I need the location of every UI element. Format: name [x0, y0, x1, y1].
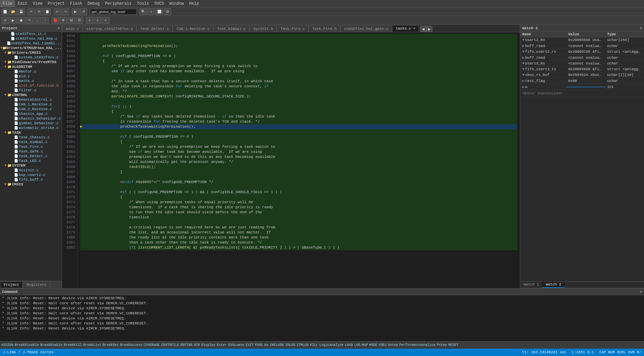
cmd-btn-itmlog[interactable]: ITMLOG — [297, 343, 309, 347]
watch-expand-3[interactable]: ▶ — [522, 56, 525, 60]
watch-expand-8[interactable]: ▶ — [522, 85, 525, 89]
watch-row-1[interactable]: ▶buff_read<cannot evaluate>uchar — [520, 43, 644, 49]
tab-project[interactable]: Project — [0, 281, 23, 288]
tb-step-into[interactable]: ↓ — [34, 17, 41, 24]
tree-item-gimbal_behaviour[interactable]: 📄gimbal_behaviour.c — [0, 121, 62, 126]
tree-item-list_of_function[interactable]: 📋list_of_function.h — [0, 83, 62, 88]
tb-debug-start[interactable]: ● — [148, 8, 155, 15]
tree-item-stm32f4xx_hal_msp[interactable]: 📄stm32f4xx_hal_msp.c — [0, 36, 62, 41]
tree-item-pid[interactable]: 📄pid.c — [0, 74, 62, 79]
cmd-btn-irlog[interactable]: IRLOG — [285, 343, 295, 347]
cmd-btn-define[interactable]: DEFINE — [180, 343, 193, 347]
menu-debug[interactable]: Debug — [85, 0, 102, 7]
tab-task-fire[interactable]: Task_Fire.c — [277, 25, 309, 32]
cmd-btn-dir[interactable]: DIR — [194, 343, 200, 347]
tb-registers[interactable]: R — [76, 17, 83, 24]
tb-bp[interactable]: 🔴 — [52, 17, 59, 24]
tab-startup[interactable]: startup_stm32f407xx.s — [83, 25, 137, 32]
watch-expand-7[interactable]: ▶ — [522, 79, 525, 83]
tb-open[interactable]: 📂 — [9, 8, 17, 15]
menu-flash[interactable]: Flash — [67, 0, 85, 7]
target-input[interactable] — [90, 9, 137, 15]
tb-memory[interactable]: M — [68, 17, 75, 24]
tree-item-system_stm32f4xx[interactable]: 📄system_stm32f4xx.c — [0, 55, 62, 60]
tree-item-automatic_strike[interactable]: 📄automatic_strike.c — [0, 126, 62, 130]
menu-svcs[interactable]: SVCS — [152, 0, 167, 7]
cmd-btn-enter[interactable]: Enter — [217, 343, 227, 347]
cmd-btn-ostep[interactable]: Ostep — [388, 343, 398, 347]
tb-more3[interactable]: + — [102, 17, 109, 24]
tree-item-chassis_behaviour[interactable]: 📄chassis_behaviour.c — [0, 116, 62, 121]
project-close[interactable]: ✕ — [57, 26, 60, 30]
cmd-btn-exit[interactable]: EXIT — [246, 343, 254, 347]
tree-item-can_2_receive[interactable]: 📄CAN_2_Receive.c — [0, 107, 62, 112]
tb-rebuild[interactable]: ↺ — [80, 8, 87, 15]
tree-item-stm32f4xx_it[interactable]: 📄stm32f4xx_it.c — [0, 32, 62, 36]
tab-watch2[interactable]: Watch 2 — [542, 282, 565, 288]
tab-scroll-left[interactable]: ◀ — [420, 26, 426, 32]
tree-item-cmsis[interactable]: ▼📁CMSIS — [0, 182, 62, 187]
tree-item-drivers_stm32f4xx_hal[interactable]: ▼📁Drivers/STM32F4xx_HAL_... — [0, 46, 62, 50]
tb-stop[interactable]: ⏹ — [17, 17, 25, 24]
tb-settings[interactable]: ⚙ — [164, 8, 171, 15]
cmd-btn-func[interactable]: FUNC — [255, 343, 263, 347]
cmd-btn-breaklist[interactable]: BreakList — [83, 343, 101, 347]
code-display[interactable]: prvCheckTasksWaitingTermination(); #if (… — [77, 32, 520, 288]
tab-task-gimbal[interactable]: Task_Gimbal.c — [213, 25, 250, 32]
cmd-btn-breakkill[interactable]: BreakKill — [64, 343, 82, 347]
tb-cut[interactable]: ✂ — [28, 8, 35, 15]
watch-expand-0[interactable]: ▼ — [522, 38, 525, 42]
cmd-btn-kill[interactable]: KILL — [310, 343, 318, 347]
tree-item-task_led[interactable]: 📄Task_LED.c — [0, 159, 62, 163]
tb-reset[interactable]: ↺ — [1, 17, 9, 24]
watch-row-6[interactable]: ▼sbus_rx_buf0x200452A sbus_rx_buf[2][36]… — [520, 72, 644, 78]
cmd-btn-assign[interactable]: ASSIGN — [1, 343, 13, 347]
cmd-btn-breakdisable[interactable]: BreakDisable — [15, 343, 39, 347]
cmd-btn-pstep[interactable]: Pstep — [437, 343, 447, 347]
tree-item-task_detect[interactable]: 📄Task_Detect.c — [0, 154, 62, 159]
cmd-btn-evaluate[interactable]: EVALuate — [228, 343, 244, 347]
menu-tools[interactable]: Tools — [134, 0, 152, 7]
tree-item-stm32f4xx_hal_timebase[interactable]: 📄stm32f4xx_hal_timebi... — [0, 41, 62, 46]
cmd-btn-load[interactable]: LOAD — [345, 343, 353, 347]
watch-expand-2[interactable]: ▼ — [522, 50, 525, 54]
tree-item-can_1_receive[interactable]: 📄CAN_1_Receive.c — [0, 102, 62, 107]
editor-content[interactable]: 3340334133423343334433453346334733483349… — [62, 32, 520, 288]
watch-expand-5[interactable]: ▼ — [522, 67, 525, 71]
tab-main-c[interactable]: main.c — [62, 25, 83, 32]
tb-search[interactable]: 🔍 — [140, 8, 147, 15]
cmd-btn-display[interactable]: Display — [201, 343, 215, 347]
tab-sysinit-h[interactable]: SysInit.h — [250, 25, 277, 32]
tab-can1-receive[interactable]: CAN_1_Receive.c — [173, 25, 213, 32]
tree-item-task[interactable]: ▼📁TASK — [0, 130, 62, 135]
tab-watch1[interactable]: Watch 1 — [520, 282, 542, 288]
cmd-btn-log[interactable]: LOG — [354, 343, 360, 347]
watch-close[interactable]: ✕ — [640, 26, 642, 30]
tb-watch[interactable]: 👁 — [60, 17, 67, 24]
tb-step-out[interactable]: ↑ — [42, 17, 49, 24]
watch-row-0[interactable]: ▼Usart2_Rx0x20005698 Usart2_Rx[...uchar[… — [520, 37, 644, 43]
tree-item-middlewares_freertos[interactable]: ▼📁Middlewares/FreeRTOS — [0, 60, 62, 64]
cmd-btn-go[interactable]: Go — [264, 343, 268, 347]
tree-item-fifo_buff[interactable]: 📄fifo_buff.c — [0, 177, 62, 182]
tree-item-algorithm[interactable]: ▼📁ALGORITHM — [0, 64, 62, 69]
tree-item-task_gimbal[interactable]: 📄Task_Gimbal.c — [0, 140, 62, 144]
watch-row-5[interactable]: ▼fifo_usart3_tx0x20004698 &fifo_usar...s… — [520, 66, 644, 72]
watch-row-9[interactable]: <Enter expression> — [520, 90, 644, 97]
tree-item-task_fire[interactable]: 📄Task_Fire.c — [0, 144, 62, 149]
cmd-btn-map[interactable]: MAP — [362, 343, 368, 347]
tb-copy[interactable]: ⎘ — [36, 8, 43, 15]
tb-more2[interactable]: + — [94, 17, 101, 24]
tree-item-maths[interactable]: 📄maths.c — [0, 79, 62, 83]
tree-item-task_chassis[interactable]: 📄Task_Chassis.c — [0, 135, 62, 140]
tree-item-mmotor[interactable]: 📄mmotor.c — [0, 69, 62, 74]
watch-row-4[interactable]: ▼Usart3_Rx<cannot evaluate>uchar — [520, 61, 644, 66]
cmd-btn-coverage[interactable]: COVERAGE — [144, 343, 160, 347]
tb-paste[interactable]: 📋 — [44, 8, 51, 15]
cmd-btn-yobj[interactable]: YOBJ — [378, 343, 386, 347]
tb-redo[interactable]: ↪ — [62, 8, 69, 15]
tab-hal-gpio[interactable]: stm32f4xx_hal_gpio.c — [340, 25, 392, 32]
menu-file[interactable]: File — [0, 0, 15, 7]
watch-expand-1[interactable]: ▶ — [522, 44, 525, 48]
cmd-btn-mode[interactable]: MODE — [369, 343, 377, 347]
